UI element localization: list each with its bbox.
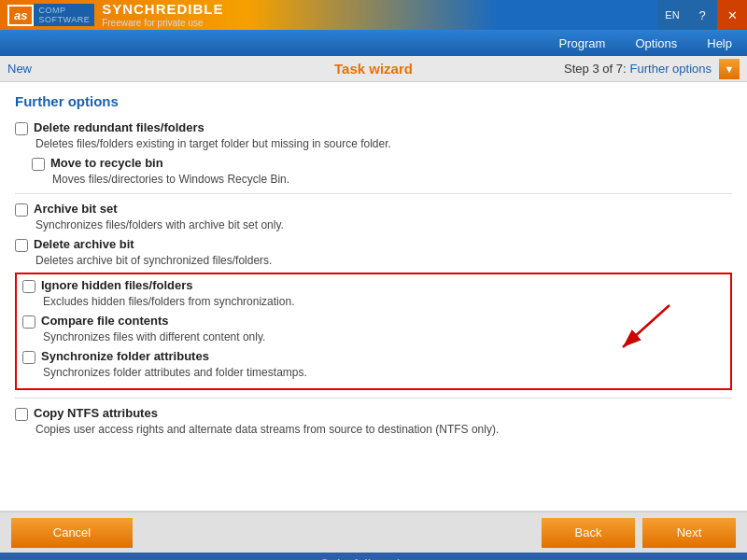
step-name: Further options bbox=[630, 62, 712, 76]
status-bar: Version 7.101 Order full version Standar… bbox=[0, 553, 747, 560]
option-row: Archive bit set bbox=[15, 202, 732, 217]
divider-2 bbox=[15, 398, 732, 399]
menu-bar: Program Options Help bbox=[0, 30, 747, 56]
option-desc: Deletes files/folders existing in target… bbox=[35, 137, 732, 150]
arrow-annotation bbox=[604, 301, 679, 359]
help-button[interactable]: ? bbox=[687, 0, 717, 30]
option-label: Copy NTFS attributes bbox=[34, 406, 158, 420]
app-title: SYNCHREDIBLE bbox=[102, 2, 223, 18]
checkbox-ignore-hidden[interactable] bbox=[22, 280, 35, 293]
option-desc: Synchronizes folder attributes and folde… bbox=[43, 366, 725, 379]
title-controls: EN ? ✕ bbox=[657, 0, 747, 30]
checkbox-archive-bit-set[interactable] bbox=[15, 203, 28, 217]
main-content: Further options Delete redundant files/f… bbox=[0, 82, 747, 511]
step-info: Step 3 of 7: Further options ▼ bbox=[564, 59, 740, 79]
option-row: Ignore hidden files/folders bbox=[22, 278, 725, 293]
sub-option-recycle: Move to recycle bin bbox=[32, 156, 732, 171]
checkbox-delete-redundant[interactable] bbox=[15, 122, 28, 135]
option-desc: Copies user access rights and alternate … bbox=[35, 423, 732, 436]
new-link[interactable]: New bbox=[7, 62, 32, 76]
sub-label: Move to recycle bin bbox=[50, 156, 163, 170]
option-label: Ignore hidden files/folders bbox=[41, 278, 193, 292]
logo-as: as bbox=[7, 5, 34, 26]
page-title: Further options bbox=[15, 93, 732, 109]
red-arrow-icon bbox=[604, 301, 679, 357]
highlighted-options-box: Ignore hidden files/folders Excludes hid… bbox=[15, 273, 732, 390]
step-text: Step 3 of 7: bbox=[564, 62, 627, 76]
option-label: Compare file contents bbox=[41, 314, 169, 328]
checkbox-recycle-bin[interactable] bbox=[32, 158, 45, 171]
option-row: Delete redundant files/folders bbox=[15, 120, 732, 135]
checkbox-copy-ntfs[interactable] bbox=[15, 408, 28, 421]
step-dropdown[interactable]: ▼ bbox=[719, 59, 740, 79]
option-delete-redundant: Delete redundant files/folders Deletes f… bbox=[15, 120, 732, 186]
bottom-bar: Cancel Back Next bbox=[0, 511, 747, 553]
close-button[interactable]: ✕ bbox=[717, 0, 747, 30]
app-tagline: Freeware for private use bbox=[102, 18, 223, 28]
option-label: Archive bit set bbox=[34, 202, 118, 216]
option-row: Copy NTFS attributes bbox=[15, 406, 732, 421]
option-label: Synchronize folder attributes bbox=[41, 349, 209, 363]
title-bar: as COMPSOFTWARE SYNCHREDIBLE Freeware fo… bbox=[0, 0, 747, 30]
option-desc: Synchronizes files/folders with archive … bbox=[35, 218, 732, 231]
app-name-group: SYNCHREDIBLE Freeware for private use bbox=[102, 2, 223, 28]
menu-options[interactable]: Options bbox=[627, 33, 684, 54]
option-row: Delete archive bit bbox=[15, 237, 732, 252]
menu-program[interactable]: Program bbox=[552, 33, 613, 54]
logo-comp: COMPSOFTWARE bbox=[34, 4, 94, 26]
option-copy-ntfs: Copy NTFS attributes Copies user access … bbox=[15, 406, 732, 436]
option-delete-archive-bit: Delete archive bit Deletes archive bit o… bbox=[15, 237, 732, 267]
svg-line-1 bbox=[623, 305, 669, 347]
wizard-title: Task wizard bbox=[334, 61, 413, 77]
sub-desc: Moves files/directories to Windows Recyc… bbox=[52, 173, 732, 186]
checkbox-compare-contents[interactable] bbox=[22, 315, 35, 329]
cancel-button[interactable]: Cancel bbox=[11, 518, 133, 548]
checkbox-sync-folder-attrs[interactable] bbox=[22, 351, 35, 364]
checkbox-delete-archive-bit[interactable] bbox=[15, 239, 28, 252]
option-archive-bit-set: Archive bit set Synchronizes files/folde… bbox=[15, 202, 732, 231]
logo: as COMPSOFTWARE SYNCHREDIBLE Freeware fo… bbox=[7, 2, 224, 28]
next-button[interactable]: Next bbox=[642, 518, 736, 548]
toolbar: New Task wizard Step 3 of 7: Further opt… bbox=[0, 56, 747, 82]
back-button[interactable]: Back bbox=[542, 518, 635, 548]
option-desc: Deletes archive bit of synchronized file… bbox=[35, 254, 732, 267]
lang-button[interactable]: EN bbox=[657, 0, 687, 30]
divider-1 bbox=[15, 193, 732, 194]
option-label: Delete archive bit bbox=[34, 237, 134, 251]
option-label: Delete redundant files/folders bbox=[34, 120, 204, 134]
menu-help[interactable]: Help bbox=[699, 33, 740, 54]
